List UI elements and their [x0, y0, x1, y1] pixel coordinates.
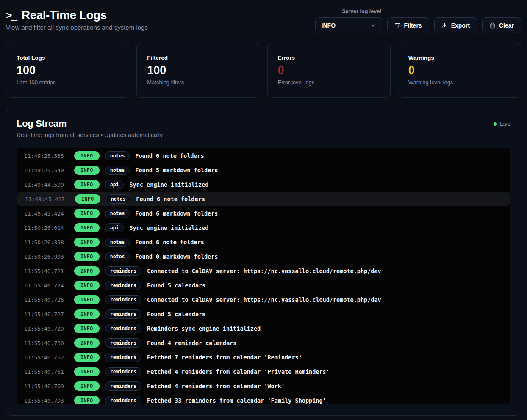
stat-value: 0 — [278, 65, 380, 76]
log-level-badge: INFO — [74, 180, 100, 189]
log-timestamp: 11:50:26.014 — [24, 225, 74, 231]
stats-row: Total Logs 100 Last 100 entries Filtered… — [6, 43, 521, 98]
log-service-tag: api — [105, 223, 124, 232]
export-button[interactable]: Export — [434, 17, 477, 33]
live-indicator: Live — [494, 121, 510, 127]
page-header: >_ Real-Time Logs View and filter all sy… — [6, 0, 521, 33]
log-timestamp: 11:49:45.424 — [24, 210, 74, 217]
log-service-tag: reminders — [105, 324, 141, 333]
log-timestamp: 11:55:40.724 — [24, 282, 74, 289]
page-subtitle: View and filter all sync operations and … — [6, 24, 148, 31]
log-service-tag: api — [105, 180, 124, 189]
log-row[interactable]: 11:55:40.726INFOremindersConnected to Ca… — [17, 293, 510, 307]
stat-label: Errors — [278, 55, 380, 61]
log-message: Found 6 note folders — [135, 152, 204, 159]
log-message: Reminders sync engine initialized — [147, 325, 261, 332]
log-row[interactable]: 11:49:25.540INFOnotesFound 5 markdown fo… — [17, 163, 510, 177]
log-level-badge: INFO — [74, 367, 100, 376]
log-row[interactable]: 11:50:26.903INFOnotesFound 0 markdown fo… — [17, 249, 510, 264]
log-message: Found 5 markdown folders — [135, 167, 218, 174]
log-service-tag: reminders — [105, 396, 141, 404]
log-row[interactable]: 11:55:40.752INFOremindersFetched 7 remin… — [17, 350, 510, 365]
live-dot-icon — [494, 122, 497, 126]
stat-caption: Error level logs — [278, 79, 380, 86]
log-timestamp: 11:55:40.761 — [24, 369, 74, 375]
log-row[interactable]: 11:49:44.599INFOapiSync engine initializ… — [17, 177, 510, 192]
log-timestamp: 11:55:40.730 — [24, 340, 74, 346]
log-timestamp: 11:49:44.599 — [24, 182, 74, 188]
log-level-badge: INFO — [74, 396, 100, 404]
stat-value: 100 — [17, 65, 119, 76]
stat-label: Total Logs — [17, 55, 119, 61]
log-service-tag: notes — [105, 151, 130, 160]
log-level-badge: INFO — [74, 338, 100, 348]
stat-caption: Matching filters — [147, 79, 249, 86]
log-level-badge: INFO — [74, 295, 100, 304]
title-block: >_ Real-Time Logs View and filter all sy… — [6, 8, 148, 31]
clear-button[interactable]: Clear — [482, 17, 521, 33]
header-controls: Server log level INFO Filters Export Cle… — [315, 8, 521, 33]
filters-button[interactable]: Filters — [387, 17, 429, 33]
log-timestamp: 11:49:25.540 — [24, 167, 74, 174]
log-row[interactable]: 11:49:45.417INFOnotesFound 6 note folder… — [17, 192, 510, 206]
log-message: Connected to CalDAV server: https://nc.v… — [147, 296, 381, 303]
server-log-level-select[interactable]: INFO — [315, 17, 382, 33]
stat-card-errors: Errors 0 Error level logs — [267, 43, 391, 98]
log-message: Fetched 33 reminders from calendar 'Fami… — [147, 397, 326, 404]
log-row[interactable]: 11:55:40.721INFOremindersConnected to Ca… — [17, 264, 510, 278]
log-service-tag: reminders — [105, 281, 141, 290]
log-row[interactable]: 11:55:40.793INFOremindersFetched 33 remi… — [17, 393, 510, 404]
stat-value: 0 — [408, 65, 510, 76]
log-level-badge: INFO — [74, 252, 100, 261]
stat-caption: Last 100 entries — [17, 79, 119, 86]
log-service-tag: reminders — [105, 295, 141, 304]
log-service-tag: notes — [105, 209, 130, 218]
log-timestamp: 11:49:45.417 — [25, 196, 75, 202]
log-level-badge: INFO — [74, 309, 100, 319]
clear-button-label: Clear — [499, 22, 514, 29]
log-timestamp: 11:55:40.769 — [24, 383, 74, 390]
stat-card-filtered: Filtered 100 Matching filters — [136, 43, 260, 98]
log-service-tag: notes — [105, 238, 130, 247]
log-viewport[interactable]: 11:49:25.533INFOnotesFound 6 note folder… — [17, 148, 510, 404]
page-title: Real-Time Logs — [22, 8, 107, 22]
log-level-badge: INFO — [74, 223, 100, 232]
log-row[interactable]: 11:50:26.014INFOapiSync engine initializ… — [17, 221, 510, 235]
log-service-tag: notes — [105, 166, 130, 175]
log-row[interactable]: 11:49:45.424INFOnotesFound 6 markdown fo… — [17, 206, 510, 221]
log-message: Found 0 markdown folders — [135, 253, 218, 260]
filter-funnel-icon — [394, 22, 401, 29]
log-level-badge: INFO — [75, 194, 100, 204]
log-row[interactable]: 11:55:40.727INFOremindersFound 5 calenda… — [17, 307, 510, 321]
log-service-tag: reminders — [105, 381, 141, 391]
download-icon — [441, 22, 448, 29]
stat-label: Filtered — [147, 55, 249, 61]
log-message: Sync engine initialized — [129, 181, 208, 188]
log-row[interactable]: 11:55:40.724INFOremindersFound 5 calenda… — [17, 278, 510, 293]
stat-caption: Warning level logs — [408, 79, 510, 86]
chevron-down-icon — [370, 22, 377, 29]
log-row[interactable]: 11:55:40.761INFOremindersFetched 4 remin… — [17, 365, 510, 379]
stat-label: Warnings — [408, 55, 510, 61]
log-message: Fetched 4 reminders from calendar 'Work' — [147, 383, 285, 390]
log-row[interactable]: 11:55:40.769INFOremindersFetched 4 remin… — [17, 379, 510, 393]
log-message: Found 4 reminder calendars — [147, 340, 236, 346]
log-row[interactable]: 11:55:40.730INFOremindersFound 4 reminde… — [17, 336, 510, 350]
log-timestamp: 11:49:25.533 — [24, 153, 74, 159]
log-level-badge: INFO — [74, 238, 100, 247]
log-level-badge: INFO — [74, 353, 100, 362]
log-stream-header: Log Stream Real-time logs from all servi… — [17, 118, 510, 138]
log-level-badge: INFO — [74, 281, 100, 290]
log-row[interactable]: 11:49:25.533INFOnotesFound 6 note folder… — [17, 149, 510, 163]
log-row[interactable]: 11:50:26.898INFOnotesFound 6 note folder… — [17, 235, 510, 249]
log-message: Connected to CalDAV server: https://nc.v… — [147, 268, 381, 274]
stat-value: 100 — [147, 65, 249, 76]
trash-icon — [489, 22, 496, 29]
log-level-badge: INFO — [74, 266, 100, 276]
log-message: Found 6 markdown folders — [135, 210, 218, 217]
stat-card-total-logs: Total Logs 100 Last 100 entries — [6, 43, 129, 98]
log-stream-title: Log Stream — [17, 118, 163, 129]
server-log-level-group: Server log level INFO — [315, 8, 382, 33]
log-row[interactable]: 11:55:40.729INFOremindersReminders sync … — [17, 321, 510, 336]
log-level-badge: INFO — [74, 324, 100, 333]
